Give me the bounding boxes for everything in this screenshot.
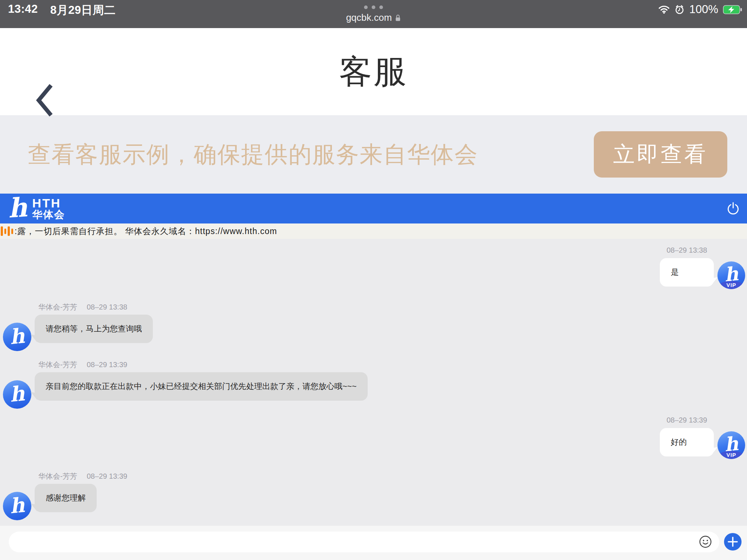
message-time: 08–29 13:38 [87,302,127,312]
url-bar[interactable]: gqcbk.com [346,12,401,23]
lock-icon [395,14,401,22]
status-bar: 13:42 8月29日周二 gqcbk.com [0,0,747,28]
agent-avatar: h [3,492,31,520]
user-avatar: h VIP [717,261,745,289]
status-center: gqcbk.com [0,0,747,23]
chat-message-incoming: 华体会-芳芳 08–29 13:38 h 请您稍等，马上为您查询哦 [3,302,745,351]
announcement-sound-icon [1,226,13,236]
user-avatar: h VIP [717,431,745,459]
alarm-icon [674,4,685,15]
page-header: 客服 [0,28,747,115]
brand-bar: h HTH 华体会 [0,194,747,223]
power-icon[interactable] [726,201,740,216]
view-now-button[interactable]: 立即查看 [594,131,727,178]
chat-message-incoming: 华体会-芳芳 08–29 13:39 h 感谢您理解 [3,471,745,520]
emoji-icon[interactable] [699,535,712,548]
message-time: 08–29 13:39 [87,360,127,369]
chat-message-outgoing: 08–29 13:39 好的 h VIP [3,415,745,459]
chat-area: 08–29 13:38 是 h VIP 华体会-芳芳 08–29 13:38 h… [0,239,747,526]
page-title: 客服 [0,28,747,115]
agent-avatar: h [3,323,31,351]
message-bubble: 请您稍等，马上为您查询哦 [35,315,153,343]
hth-logo: h HTH 华体会 [8,197,65,221]
customer-service-page: 13:42 8月29日周二 gqcbk.com [0,0,747,560]
message-time: 08–29 13:39 [666,415,707,425]
url-text: gqcbk.com [346,12,392,23]
avatar-h-mark: h [3,380,31,407]
agent-name: 华体会-芳芳 [38,471,77,481]
message-bubble: 亲目前您的取款正在出款中，小妹已经提交相关部门优先处理出款了亲，请您放心哦~~~ [35,372,368,401]
agent-avatar: h [3,380,31,409]
message-bubble: 是 [660,258,714,287]
battery-percent: 100% [689,3,718,16]
message-bubble: 好的 [660,428,714,456]
chat-message-incoming: 华体会-芳芳 08–29 13:39 h 亲目前您的取款正在出款中，小妹已经提交… [3,360,745,409]
hth-logo-mark: h [7,194,28,221]
agent-name: 华体会-芳芳 [38,302,77,312]
chat-message-outgoing: 08–29 13:38 是 h VIP [3,245,745,289]
agent-name: 华体会-芳芳 [38,360,77,369]
hth-logo-name-cn: 华体会 [32,209,65,220]
page-dots-icon [364,5,383,9]
hth-logo-name: HTH [32,197,65,209]
announcement-bar: :露，一切后果需自行承担。 华体会永久域名：https://www.hth.co… [0,223,747,239]
promo-message: 查看客服示例，确保提供的服务来自华体会 [28,139,594,170]
promo-banner: 查看客服示例，确保提供的服务来自华体会 立即查看 [0,115,747,194]
announcement-text: :露，一切后果需自行承担。 华体会永久域名：https://www.hth.co… [15,226,277,237]
battery-icon [723,5,742,14]
wifi-icon [658,5,670,14]
plus-icon [724,533,742,551]
avatar-h-mark: h [3,323,31,350]
message-time: 08–29 13:39 [87,471,127,481]
status-right: 100% [658,3,742,16]
add-attachment-button[interactable] [724,533,742,551]
message-time: 08–29 13:38 [666,245,707,255]
message-bubble: 感谢您理解 [35,484,97,512]
avatar-h-mark: h [3,492,31,519]
message-input[interactable] [9,532,719,552]
message-composer [0,526,747,560]
